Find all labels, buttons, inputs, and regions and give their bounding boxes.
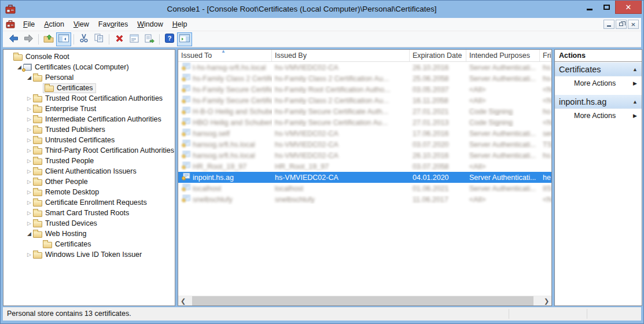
expand-icon[interactable]: ▷	[25, 200, 33, 205]
certificate-row[interactable]: t-hs-hansg-srft.hs.localhs-VMVIEDC02-CA2…	[178, 62, 551, 73]
toolbar-copy-button[interactable]	[91, 32, 106, 46]
menu-favorites[interactable]: Favorites	[94, 18, 133, 31]
certificate-row[interactable]: hansog.srft.hs.localhs-VMVIEDC02-CA03.07…	[178, 139, 551, 150]
child-restore-button[interactable]	[616, 20, 627, 29]
actions-section-certificates[interactable]: Certificates▲	[555, 62, 642, 76]
scroll-right-icon[interactable]: ❯	[542, 296, 551, 305]
collapse-icon[interactable]: ◢	[25, 75, 33, 80]
tree-item-certificates[interactable]: Certificates	[3, 83, 175, 93]
toolbar-up-one-level-button[interactable]	[41, 32, 56, 46]
toolbar-properties-button[interactable]	[127, 32, 142, 46]
collapse-section-icon[interactable]: ▲	[632, 67, 638, 72]
tree-item-trusted-root-certification-authorities[interactable]: ▷Trusted Root Certification Authorities	[3, 93, 175, 104]
certificate-row[interactable]: HBO Heilig and Schubert Softw...hs-Famil…	[178, 117, 551, 128]
toolbar-delete-button[interactable]	[112, 32, 127, 46]
tree-item-enterprise-trust[interactable]: ▷Enterprise Trust	[3, 104, 175, 114]
tree-item-other-people[interactable]: ▷Other People	[3, 176, 175, 187]
more-actions-item[interactable]: More Actions▶	[555, 76, 642, 90]
toolbar-action-pane-toggle-button[interactable]	[177, 32, 192, 46]
certificate-row[interactable]: HR_Root_19_97HR_Root_19_9703.07.2058<All…	[178, 161, 551, 172]
tree-item-intermediate-certification-authorities[interactable]: ▷Intermediate Certification Authorities	[3, 114, 175, 124]
folder-icon	[33, 106, 42, 113]
toolbar-export-list-button[interactable]	[142, 32, 157, 46]
minimize-icon	[587, 9, 593, 10]
menu-window[interactable]: Window	[133, 18, 167, 31]
toolbar-back-button[interactable]	[6, 32, 21, 46]
tree-item-windows-live-id-token-issuer[interactable]: ▷Windows Live ID Token Issuer	[3, 249, 175, 260]
tree-item-trusted-publishers[interactable]: ▷Trusted Publishers	[3, 124, 175, 135]
expand-icon[interactable]: ▷	[25, 220, 33, 226]
more-actions-item[interactable]: More Actions▶	[555, 109, 642, 122]
toolbar-console-tree-toggle-button[interactable]	[56, 32, 71, 46]
tree-item-client-authentication-issuers[interactable]: ▷Client Authentication Issuers	[3, 166, 175, 176]
minimize-button[interactable]	[581, 1, 598, 14]
expand-icon[interactable]: ▷	[25, 252, 33, 257]
list-rows: t-hs-hansg-srft.hs.localhs-VMVIEDC02-CA2…	[178, 62, 551, 205]
toolbar-forward-button[interactable]	[21, 32, 36, 46]
tree-item-third-party-root-certification-authorities[interactable]: ▷Third-Party Root Certification Authorit…	[3, 145, 175, 156]
cell-fri: he	[540, 174, 552, 182]
tree-item-trusted-people[interactable]: ▷Trusted People	[3, 156, 175, 166]
expand-icon[interactable]: ▷	[25, 148, 33, 153]
expand-icon[interactable]: ▷	[25, 168, 33, 174]
certificate-row[interactable]: hs-Family Secure Certification Au...hs-F…	[178, 84, 551, 95]
collapse-section-icon[interactable]: ▲	[632, 99, 638, 105]
expand-icon[interactable]: ▷	[25, 106, 33, 112]
tree-item-smart-card-trusted-roots[interactable]: ▷Smart Card Trusted Roots	[3, 208, 175, 218]
certificate-row[interactable]: hansog.srft.hs.localhs-VMVIEDC02-CA26.10…	[178, 150, 551, 161]
menu-help[interactable]: Help	[168, 18, 192, 31]
horizontal-scrollbar[interactable]: ❮ ❯	[178, 296, 551, 305]
toolbar-separator	[109, 34, 109, 45]
tree-item-certificates[interactable]: Certificates	[3, 239, 175, 249]
column-header-expiration-date[interactable]: Expiration Date	[410, 50, 466, 61]
tree-item-untrusted-certificates[interactable]: ▷Untrusted Certificates	[3, 135, 175, 145]
folder-icon	[33, 211, 42, 217]
tree-item-remote-desktop[interactable]: ▷Remote Desktop	[3, 187, 175, 197]
expand-icon[interactable]: ▷	[25, 158, 33, 164]
menu-view[interactable]: View	[69, 18, 94, 31]
column-header-intended-purposes[interactable]: Intended Purposes	[466, 50, 540, 61]
tree-item-trusted-devices[interactable]: ▷Trusted Devices	[3, 218, 175, 229]
certificate-row[interactable]: H-B-O Heilig and Schubert Soft...hs-Fami…	[178, 106, 551, 117]
certificate-row[interactable]: hs-Family Class 2 Certification ...hs-Fa…	[178, 73, 551, 84]
tree-item-personal[interactable]: ◢Personal	[3, 72, 175, 83]
certificate-row[interactable]: snelbschlufysnelbschlufy11.06.2017<All><…	[178, 194, 551, 205]
certificate-row[interactable]: hansog.selfhs-VMVIEDC02-CA17.06.2016Serv…	[178, 128, 551, 139]
actions-section-inpoint-hs-ag[interactable]: inpoint.hs.ag▲	[555, 95, 642, 109]
scroll-left-icon[interactable]: ❮	[178, 296, 188, 305]
child-minimize-button[interactable]	[603, 20, 614, 29]
scrollbar-thumb[interactable]	[192, 296, 533, 305]
expand-icon[interactable]: ▷	[25, 179, 33, 185]
expand-icon[interactable]: ▷	[25, 95, 33, 101]
cell-issued-by: hs-VMVIEDC02-CA	[272, 64, 410, 72]
cell-expiration-date: 03.07.2058	[410, 163, 466, 171]
toolbar-cut-button[interactable]	[76, 32, 91, 46]
certificate-row-selected[interactable]: inpoint.hs.aghs-VMVIEDC02-CA04.01.2020Se…	[178, 172, 551, 183]
statusbar-divider	[587, 309, 587, 319]
expand-icon[interactable]: ▷	[25, 210, 33, 216]
certificate-icon	[181, 183, 190, 194]
close-button[interactable]: ✕	[615, 1, 642, 14]
child-close-button[interactable]: ✕	[628, 20, 639, 29]
maximize-button[interactable]	[598, 1, 615, 14]
list-header: Issued To▲Issued ByExpiration DateIntend…	[178, 50, 551, 62]
toolbar-help-button[interactable]: ?	[162, 32, 177, 46]
column-header-fri[interactable]: Fri	[540, 50, 552, 61]
expand-icon[interactable]: ▷	[25, 127, 33, 132]
statusbar-divider	[509, 309, 509, 319]
tree-item-certificate-enrollment-requests[interactable]: ▷Certificate Enrollment Requests	[3, 197, 175, 208]
collapse-icon[interactable]: ◢	[25, 231, 33, 237]
tree-item-certificates-local-computer-[interactable]: ◢Certificates (Local Computer)	[3, 62, 175, 72]
menu-file[interactable]: File	[19, 18, 39, 31]
certificate-row[interactable]: hs-Family Secure Certification ...hs-Fam…	[178, 95, 551, 106]
column-header-issued-by[interactable]: Issued By	[272, 50, 410, 61]
certificate-icon	[181, 194, 190, 205]
certificate-row[interactable]: localhostlocalhost01.06.2021Server Authe…	[178, 183, 551, 194]
tree-item-web-hosting[interactable]: ◢Web Hosting	[3, 229, 175, 239]
menu-action[interactable]: Action	[39, 18, 69, 31]
expand-icon[interactable]: ▷	[25, 189, 33, 195]
tree-item-console-root[interactable]: Console Root	[3, 51, 175, 62]
tree-item-label: Untrusted Certificates	[45, 136, 115, 144]
expand-icon[interactable]: ▷	[25, 116, 33, 122]
expand-icon[interactable]: ▷	[25, 137, 33, 143]
